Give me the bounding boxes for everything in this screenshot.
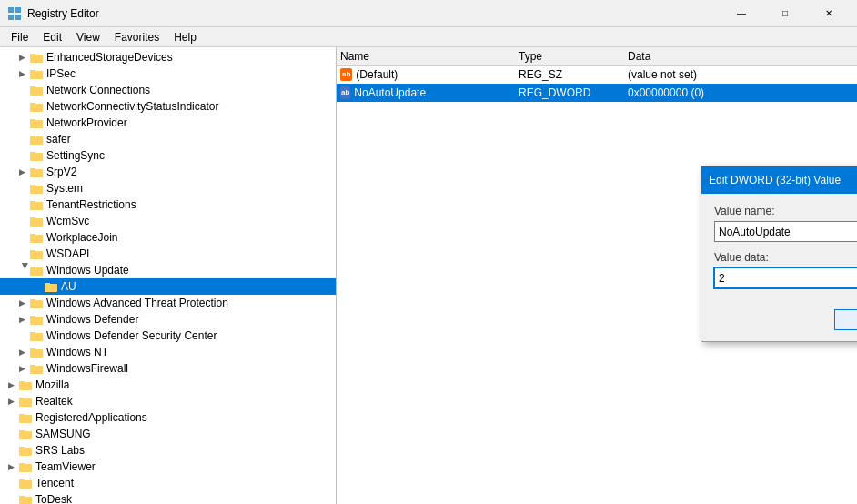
tree-item-tencent[interactable]: Tencent xyxy=(0,475,336,491)
reg-ab-icon: ab xyxy=(340,68,352,81)
svg-rect-4 xyxy=(30,55,43,63)
tree-label: RegisteredApplications xyxy=(35,411,147,424)
tree-content: ▶ EnhancedStorageDevices ▶ IPSec xyxy=(0,47,336,504)
svg-rect-17 xyxy=(30,152,35,154)
tree-label: Tencent xyxy=(35,477,74,489)
menu-edit[interactable]: Edit xyxy=(35,29,69,45)
svg-rect-9 xyxy=(30,86,35,88)
tree-item-samsung[interactable]: SAMSUNG xyxy=(0,426,336,442)
folder-icon xyxy=(29,230,44,245)
expand-arrow: ▶ xyxy=(15,344,29,360)
svg-rect-26 xyxy=(30,235,43,243)
svg-rect-46 xyxy=(19,398,32,407)
menu-help[interactable]: Help xyxy=(166,29,204,45)
dialog-body: Value name: Value data: Base Hexadecimal xyxy=(701,194,857,341)
tree-item-windows-defender[interactable]: ▶ Windows Defender xyxy=(0,311,336,328)
tree-item-wcmsvc[interactable]: WcmSvc xyxy=(0,213,336,229)
tree-label: WcmSvc xyxy=(46,215,89,227)
tree-label: TeamViewer xyxy=(35,460,96,473)
tree-item-tenant[interactable]: TenantRestrictions xyxy=(0,197,336,213)
tree-item-mozilla[interactable]: ▶ Mozilla xyxy=(0,377,336,393)
svg-rect-53 xyxy=(19,447,25,449)
folder-icon xyxy=(29,116,44,130)
tree-item-windows-nt[interactable]: ▶ Windows NT xyxy=(0,344,336,360)
minimize-button[interactable]: — xyxy=(721,0,762,27)
svg-rect-7 xyxy=(30,70,35,72)
tree-item-setting-sync[interactable]: SettingSync xyxy=(0,147,336,164)
tree-pane[interactable]: ▶ EnhancedStorageDevices ▶ IPSec xyxy=(0,47,337,504)
svg-rect-31 xyxy=(30,267,35,268)
table-row[interactable]: ab NoAutoUpdate REG_DWORD 0x00000000 (0) xyxy=(337,84,857,102)
tree-item-network-connectivity[interactable]: NetworkConnectivityStatusIndicator xyxy=(0,98,336,115)
tree-label: ToDesk xyxy=(35,493,72,504)
col-name-header: Name xyxy=(337,50,519,63)
svg-rect-47 xyxy=(19,398,25,399)
menu-favorites[interactable]: Favorites xyxy=(107,29,166,45)
table-row[interactable]: ab (Default) REG_SZ (value not set) xyxy=(337,66,857,84)
row-type: REG_SZ xyxy=(519,68,628,81)
svg-rect-18 xyxy=(30,169,43,177)
tree-item-srs-labs[interactable]: SRS Labs xyxy=(0,442,336,459)
tree-item-win-defender-security[interactable]: Windows Defender Security Center xyxy=(0,328,336,344)
value-name-input[interactable] xyxy=(714,221,857,242)
expand-arrow: ▶ xyxy=(14,263,30,277)
title-bar: Registry Editor — □ ✕ xyxy=(0,0,857,27)
svg-rect-45 xyxy=(19,381,25,383)
table-header: Name Type Data xyxy=(337,47,857,66)
svg-rect-36 xyxy=(30,317,43,325)
svg-rect-10 xyxy=(30,104,43,112)
value-data-input[interactable] xyxy=(714,267,857,288)
svg-rect-30 xyxy=(30,267,43,276)
tree-item-realtek[interactable]: ▶ Realtek xyxy=(0,393,336,409)
svg-rect-0 xyxy=(8,7,14,13)
svg-rect-52 xyxy=(19,448,32,456)
tree-item-todesk[interactable]: ToDesk xyxy=(0,491,336,504)
close-button[interactable]: ✕ xyxy=(808,0,850,27)
tree-item-workplace[interactable]: WorkplaceJoin xyxy=(0,229,336,246)
tree-label: AU xyxy=(61,280,76,293)
menu-view[interactable]: View xyxy=(69,29,107,45)
tree-item-teamviewer[interactable]: ▶ TeamViewer xyxy=(0,459,336,475)
ok-button[interactable]: OK xyxy=(834,309,857,330)
svg-rect-2 xyxy=(8,15,14,20)
tree-item-windows-firewall[interactable]: ▶ WindowsFirewall xyxy=(0,360,336,377)
tree-item-registered-apps[interactable]: RegisteredApplications xyxy=(0,409,336,426)
tree-label: SrpV2 xyxy=(46,166,76,178)
svg-rect-33 xyxy=(45,283,50,285)
folder-icon xyxy=(29,328,44,343)
tree-item-au[interactable]: AU xyxy=(0,278,336,295)
tree-label: Windows NT xyxy=(46,346,108,358)
tree-item-network-provider[interactable]: NetworkProvider xyxy=(0,115,336,131)
expand-arrow: ▶ xyxy=(4,393,18,409)
folder-icon xyxy=(18,378,33,392)
tree-item-srpv2[interactable]: ▶ SrpV2 xyxy=(0,164,336,180)
tree-label: Realtek xyxy=(35,395,73,408)
menu-file[interactable]: File xyxy=(4,29,35,45)
folder-icon xyxy=(18,410,33,425)
expand-arrow: ▶ xyxy=(15,164,29,180)
row-name-label: NoAutoUpdate xyxy=(354,86,426,99)
expand-arrow: ▶ xyxy=(4,459,18,475)
tree-item-safer[interactable]: safer xyxy=(0,131,336,147)
tree-item-ipsec[interactable]: ▶ IPSec xyxy=(0,66,336,82)
svg-rect-37 xyxy=(30,316,35,318)
tree-item-enhanced-storage[interactable]: ▶ EnhancedStorageDevices xyxy=(0,49,336,66)
svg-rect-35 xyxy=(30,299,35,301)
tree-item-win-atp[interactable]: ▶ Windows Advanced Threat Protection xyxy=(0,295,336,311)
folder-icon xyxy=(18,394,33,408)
maximize-button[interactable]: □ xyxy=(764,0,806,27)
svg-rect-13 xyxy=(30,119,35,121)
svg-rect-49 xyxy=(19,414,25,416)
tree-item-system[interactable]: System xyxy=(0,180,336,197)
svg-rect-48 xyxy=(19,415,32,423)
tree-item-wsdapi[interactable]: WSDAPI xyxy=(0,246,336,262)
tree-item-windows-update[interactable]: ▶ Windows Update xyxy=(0,262,336,278)
svg-rect-42 xyxy=(30,366,43,374)
svg-rect-57 xyxy=(19,479,25,481)
tree-label: NetworkProvider xyxy=(46,116,127,129)
tree-label: Mozilla xyxy=(35,378,69,391)
folder-icon xyxy=(44,279,58,294)
tree-item-network-connections[interactable]: Network Connections xyxy=(0,82,336,98)
svg-rect-3 xyxy=(15,15,21,20)
svg-rect-16 xyxy=(30,153,43,161)
